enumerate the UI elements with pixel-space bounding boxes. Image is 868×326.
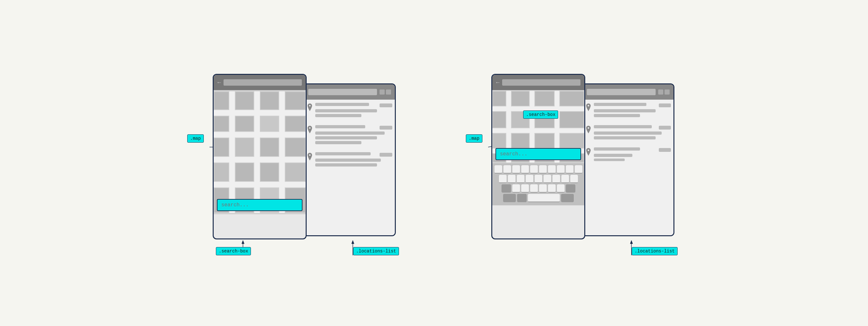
annotation-locations-list-2: .locations-list [632, 247, 678, 255]
search-box-1[interactable] [217, 199, 303, 211]
svg-rect-23 [285, 163, 305, 181]
key-emoji[interactable] [517, 194, 527, 202]
key[interactable] [512, 165, 520, 173]
key[interactable] [503, 165, 511, 173]
phone-screen-list-2 [582, 84, 674, 236]
search-input-2[interactable] [495, 148, 581, 160]
key-shift[interactable] [501, 184, 511, 193]
annotation-locations-list-1: .locations-list [353, 247, 399, 255]
map-svg-1 [214, 90, 306, 214]
key-return[interactable] [561, 194, 574, 202]
key-123[interactable] [503, 194, 516, 202]
key[interactable] [521, 184, 529, 193]
phone-screen-map-2: ← [491, 74, 585, 239]
key[interactable] [566, 165, 574, 173]
back-arrow-1[interactable]: ← [217, 79, 221, 86]
svg-rect-9 [236, 92, 254, 109]
main-container: .map .search-box .locations-list ← [187, 61, 681, 265]
svg-rect-15 [285, 116, 305, 131]
svg-rect-14 [260, 116, 279, 131]
svg-rect-41 [560, 91, 584, 106]
key[interactable] [530, 165, 538, 173]
key[interactable] [544, 175, 551, 183]
key[interactable] [495, 165, 502, 173]
key[interactable] [508, 175, 516, 183]
locations-list-1 [304, 100, 395, 236]
svg-rect-5 [229, 91, 235, 213]
key[interactable] [548, 184, 556, 193]
list-item-content-5 [594, 125, 671, 141]
svg-rect-20 [214, 163, 228, 181]
map-area-2 [492, 90, 584, 163]
key[interactable] [561, 175, 569, 183]
key[interactable] [512, 184, 520, 193]
back-arrow-2[interactable]: ← [496, 79, 500, 86]
key[interactable] [526, 175, 533, 183]
key[interactable] [539, 184, 547, 193]
list-item-content-2 [315, 125, 392, 146]
key[interactable] [575, 165, 582, 173]
svg-rect-16 [214, 138, 228, 156]
screen-group-2: ← [491, 74, 674, 239]
annotation-map-2: .map [466, 134, 483, 143]
svg-rect-47 [512, 134, 529, 148]
svg-rect-13 [236, 116, 254, 131]
screen-group-1: ← [213, 74, 396, 239]
pin-icon-6 [586, 148, 591, 156]
key[interactable] [499, 175, 506, 183]
list-item-content-1 [315, 103, 392, 119]
search-box-2[interactable] [495, 148, 581, 160]
pin-icon-5 [586, 126, 591, 133]
pin-icon-3 [307, 153, 313, 160]
key-space[interactable] [528, 194, 560, 202]
keyboard-row-1 [494, 165, 582, 173]
pin-icon-1 [307, 103, 313, 111]
key[interactable] [521, 165, 529, 173]
svg-rect-7 [279, 91, 285, 213]
key[interactable] [517, 175, 524, 183]
phone-header-2: ← [492, 75, 584, 90]
key-delete[interactable] [566, 184, 576, 193]
list-item [307, 152, 392, 168]
list-item [586, 103, 671, 119]
key[interactable] [539, 165, 547, 173]
locations-list-2 [583, 100, 674, 236]
list-item-content-6 [594, 148, 671, 163]
key[interactable] [557, 165, 564, 173]
key[interactable] [548, 165, 556, 173]
header-bar-list-1 [308, 89, 377, 95]
pin-icon-2 [307, 126, 313, 133]
search-input-1[interactable] [217, 199, 303, 211]
svg-rect-21 [236, 163, 254, 181]
key[interactable] [535, 175, 542, 183]
header-icon-sq-4 [664, 90, 670, 95]
key[interactable] [553, 175, 560, 183]
svg-rect-40 [535, 91, 554, 106]
annotation-map-1: .map [187, 134, 204, 143]
key[interactable] [530, 184, 538, 193]
annotation-search-box-2: .search-box [523, 110, 558, 119]
list-item [307, 125, 392, 146]
header-bar-list-2 [587, 89, 656, 95]
diagram-2: .map .search-box .locations-list ← [466, 61, 681, 265]
svg-rect-42 [493, 112, 506, 128]
phone-header-list-2 [583, 85, 674, 100]
svg-rect-17 [236, 138, 254, 156]
list-item-content-4 [594, 103, 671, 119]
list-item-content-3 [315, 152, 392, 168]
key[interactable] [557, 184, 564, 193]
header-icon-sq-3 [658, 90, 663, 95]
key[interactable] [570, 175, 578, 183]
svg-rect-22 [260, 163, 279, 181]
svg-rect-6 [254, 91, 260, 213]
svg-rect-46 [493, 134, 506, 148]
svg-rect-8 [214, 92, 228, 109]
header-icons-2 [658, 90, 670, 95]
pin-icon-4 [586, 103, 591, 111]
svg-rect-11 [285, 92, 305, 109]
phone-header-list-1 [304, 85, 395, 100]
svg-rect-49 [560, 134, 584, 148]
svg-rect-39 [512, 91, 529, 106]
header-icons-1 [379, 90, 391, 95]
header-icon-sq-1 [379, 90, 385, 95]
